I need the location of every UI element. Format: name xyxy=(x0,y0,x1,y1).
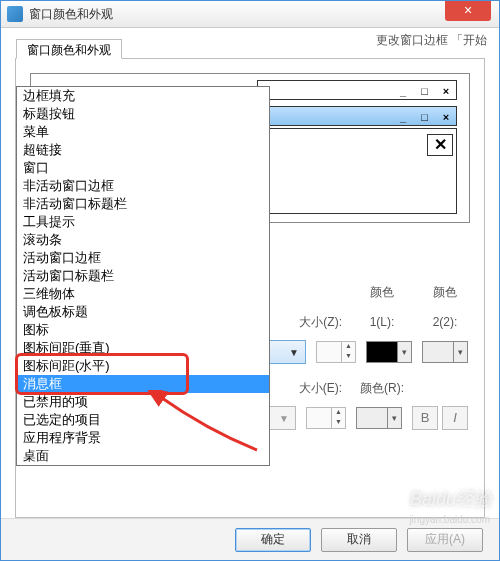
item-listbox[interactable]: 边框填充标题按钮菜单超链接窗口非活动窗口边框非活动窗口标题栏工具提示滚动条活动窗… xyxy=(16,86,270,466)
titlebar: 窗口颜色和外观 × xyxy=(1,1,499,28)
preview-active-window: _ □ × xyxy=(257,106,457,126)
apply-button[interactable]: 应用(A) xyxy=(407,528,483,552)
list-item[interactable]: 图标间距(水平) xyxy=(17,357,269,375)
list-item[interactable]: 应用程序背景 xyxy=(17,429,269,447)
list-item[interactable]: 标题按钮 xyxy=(17,105,269,123)
size-z-spinner[interactable]: ▲▼ xyxy=(316,341,356,363)
chevron-down-icon: ▼ xyxy=(279,413,289,424)
list-item[interactable]: 菜单 xyxy=(17,123,269,141)
color1-swatch[interactable]: ▾ xyxy=(366,341,412,363)
size-e-spinner[interactable]: ▲▼ xyxy=(306,407,346,429)
label-color-r: 颜色(R): xyxy=(352,380,412,397)
minimize-icon: _ xyxy=(396,85,410,97)
list-item[interactable]: 三维物体 xyxy=(17,285,269,303)
list-item[interactable]: 图标 xyxy=(17,321,269,339)
dialog-window: 窗口颜色和外观 × 更改窗口边框 「开始 窗口颜色和外观 _ □ × _ □ xyxy=(0,0,500,561)
bold-button[interactable]: B xyxy=(412,406,438,430)
ok-button[interactable]: 确定 xyxy=(235,528,311,552)
list-item[interactable]: 窗口 xyxy=(17,159,269,177)
italic-button[interactable]: I xyxy=(442,406,468,430)
preview-inactive-window: _ □ × xyxy=(257,80,457,100)
spin-up-icon[interactable]: ▲ xyxy=(341,342,355,352)
minimize-icon: _ xyxy=(396,111,410,123)
label-color-2: 2(2): xyxy=(422,315,468,329)
close-icon: × xyxy=(439,111,453,123)
color2-swatch[interactable]: ▾ xyxy=(422,341,468,363)
content-area: 窗口颜色和外观 _ □ × _ □ × ✕ xyxy=(1,50,499,518)
list-item[interactable]: 已禁用的项 xyxy=(17,393,269,411)
label-color-1: 1(L): xyxy=(352,315,412,329)
font-color-swatch[interactable]: ▾ xyxy=(356,407,402,429)
spin-down-icon[interactable]: ▼ xyxy=(341,352,355,362)
dialog-footer: 确定 取消 应用(A) xyxy=(1,518,499,560)
list-item[interactable]: 边框填充 xyxy=(17,87,269,105)
close-icon: × xyxy=(439,85,453,97)
chevron-down-icon: ▼ xyxy=(289,347,299,358)
list-item[interactable]: 调色板标题 xyxy=(17,303,269,321)
spin-up-icon[interactable]: ▲ xyxy=(331,408,345,418)
app-icon xyxy=(7,6,23,22)
list-item[interactable]: 滚动条 xyxy=(17,231,269,249)
close-button[interactable]: × xyxy=(445,1,491,21)
tab-appearance[interactable]: 窗口颜色和外观 xyxy=(16,39,122,59)
label-size-z: 大小(Z): xyxy=(286,314,342,331)
list-item[interactable]: 图标间距(垂直) xyxy=(17,339,269,357)
label-color2-head: 颜色 xyxy=(422,284,468,301)
list-item[interactable]: 非活动窗口标题栏 xyxy=(17,195,269,213)
list-item[interactable]: 非活动窗口边框 xyxy=(17,177,269,195)
chevron-down-icon: ▾ xyxy=(453,342,467,362)
label-color1-head: 颜色 xyxy=(352,284,412,301)
maximize-icon: □ xyxy=(418,85,432,97)
maximize-icon: □ xyxy=(418,111,432,123)
spin-down-icon[interactable]: ▼ xyxy=(331,418,345,428)
list-item[interactable]: 消息框 xyxy=(17,375,269,393)
window-title: 窗口颜色和外观 xyxy=(29,6,113,23)
cancel-button[interactable]: 取消 xyxy=(321,528,397,552)
list-item[interactable]: 已选定的项目 xyxy=(17,411,269,429)
preview-close-button: ✕ xyxy=(427,134,453,156)
list-item[interactable]: 工具提示 xyxy=(17,213,269,231)
list-item[interactable]: 超链接 xyxy=(17,141,269,159)
list-item[interactable]: 桌面 xyxy=(17,447,269,465)
list-item[interactable]: 活动窗口标题栏 xyxy=(17,267,269,285)
label-size-e: 大小(E): xyxy=(286,380,342,397)
chevron-down-icon: ▾ xyxy=(387,408,401,428)
list-item[interactable]: 活动窗口边框 xyxy=(17,249,269,267)
chevron-down-icon: ▾ xyxy=(397,342,411,362)
